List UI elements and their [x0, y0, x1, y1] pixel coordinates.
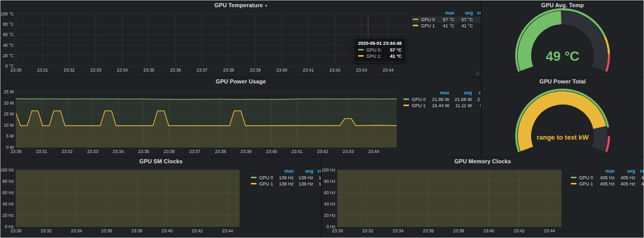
legend-header-current[interactable]: current [474, 10, 481, 16]
x-axis-tick-label: 23:30 [10, 228, 22, 233]
x-axis-tick-label: 23:44 [222, 228, 233, 233]
legend-series-label[interactable]: GPU 1 [570, 181, 595, 187]
panel-menu-caret-icon: ▾ [265, 3, 267, 8]
y-axis-tick-label: 20 Hz [324, 213, 335, 218]
legend-header-max[interactable]: max [428, 90, 450, 96]
legend-value: 21.77 W [473, 96, 481, 103]
y-axis-tick-label: 20 Hz [3, 213, 14, 218]
legend-header-avg[interactable]: avg [455, 10, 474, 16]
legend-header-current[interactable]: current [473, 90, 481, 96]
legend-header-current[interactable]: current [636, 168, 643, 175]
legend-value: 9.79 W [473, 103, 481, 109]
legend-value: 21.86 W [428, 96, 450, 103]
x-axis-tick-label: 23:36 [423, 228, 434, 233]
x-axis-tick-label: 23:36 [101, 228, 112, 233]
legend-row: GPU 141 °C41 °C41 °C [412, 23, 481, 29]
panel-title-gpu-temperature[interactable]: GPU Temperature▾ [1, 2, 481, 8]
legend-value: 405 Hz [595, 181, 616, 187]
x-axis-tick-label: 23:35 [138, 149, 149, 154]
x-axis-tick-label: 23:43 [356, 67, 367, 73]
legend-header-max[interactable]: max [437, 10, 455, 16]
panel-title-gpu-memory-clocks[interactable]: GPU Memory Clocks [322, 158, 643, 164]
panel-resize-handle[interactable] [475, 71, 480, 76]
legend-value: 41 °C [437, 23, 455, 29]
tooltip-row: GPU 0: 57 °C [358, 47, 402, 53]
legend-value: 139 Hz [295, 175, 314, 181]
legend-value: 57 °C [455, 16, 474, 23]
legend-header-max[interactable]: max [275, 168, 295, 175]
tooltip-timestamp: 2020-05-01 23:44:48 [358, 41, 402, 46]
x-axis-tick-label: 23:33 [90, 67, 101, 73]
legend-value: 139 Hz [314, 175, 321, 181]
legend-header-spacer [402, 90, 428, 96]
x-axis-tick-label: 23:34 [117, 67, 128, 73]
x-axis-tick-label: 23:44 [544, 228, 555, 233]
y-axis-tick-label: 80 Hz [3, 179, 14, 184]
x-axis-tick-label: 23:30 [332, 228, 343, 233]
y-axis-tick-label: 40 °C [3, 43, 14, 48]
gpu-temperature-legend: maxavgcurrentGPU 057 °C57 °C57 °CGPU 141… [412, 10, 481, 29]
legend-series-label[interactable]: GPU 0 [412, 16, 437, 23]
x-axis-tick-label: 23:44 [368, 149, 380, 154]
legend-value: 57 °C [437, 16, 455, 23]
legend-value: 21.68 W [450, 96, 473, 103]
x-axis-tick-label: 23:30 [10, 67, 22, 73]
legend-row: GPU 116.44 W11.11 W9.79 W [402, 103, 481, 109]
panel-title-text: GPU Temperature [214, 2, 263, 8]
gpu-avg-temp-gauge: 49 °C [482, 1, 643, 77]
panel-title-gpu-power-usage[interactable]: GPU Power Usage [1, 78, 481, 84]
series-color-dash [403, 105, 409, 106]
legend-series-label[interactable]: GPU 1 [412, 23, 437, 29]
legend-header-max[interactable]: max [595, 168, 616, 175]
panel-title-gpu-avg-temp[interactable]: GPU Avg. Temp [482, 2, 643, 8]
legend-series-label[interactable]: GPU 0 [250, 175, 275, 181]
legend-header-current[interactable]: current [314, 168, 321, 175]
y-axis-tick-label: 15 W [4, 111, 14, 116]
x-axis-tick-label: 23:43 [343, 149, 354, 154]
x-axis-tick-label: 23:38 [223, 67, 234, 73]
legend-series-label[interactable]: GPU 1 [402, 103, 428, 109]
series-color-dash [403, 98, 409, 100]
y-axis-tick-label: 60 Hz [3, 190, 14, 195]
y-axis-tick-label: 20 W [4, 100, 14, 106]
gpu-temperature-chart[interactable]: 0 °C20 °C40 °C60 °C80 °C100 °C23:3023:31… [1, 1, 481, 77]
legend-value: 139 Hz [314, 181, 321, 187]
x-axis-tick-label: 23:31 [36, 149, 47, 154]
gauge-value-text: range to text kW [536, 133, 589, 141]
series-color-dash [358, 49, 364, 50]
legend-header-avg[interactable]: avg [295, 168, 314, 175]
y-axis-tick-label: 10 W [4, 123, 14, 128]
x-axis-tick-label: 23:44 [383, 67, 394, 73]
x-axis-tick-label: 23:42 [329, 67, 341, 73]
legend-value: 11.11 W [450, 103, 473, 109]
series-fill [16, 157, 240, 227]
legend-series-label[interactable]: GPU 0 [402, 96, 428, 103]
legend-value: 405 Hz [595, 175, 616, 181]
legend-value: 405 Hz [616, 175, 636, 181]
legend-header-avg[interactable]: avg [616, 168, 636, 175]
gpu-power-total-gauge: range to text kW [482, 77, 643, 157]
legend-series-label[interactable]: GPU 1 [250, 181, 275, 187]
x-axis-tick-label: 23:40 [483, 228, 495, 233]
series-fill [337, 157, 562, 227]
x-axis-tick-label: 23:39 [250, 67, 261, 73]
series-color-dash [251, 177, 257, 178]
legend-row: GPU 021.86 W21.68 W21.77 W [402, 96, 481, 103]
legend-value: 139 Hz [275, 181, 295, 187]
legend-series-label[interactable]: GPU 0 [570, 175, 595, 181]
panel-title-gpu-power-total[interactable]: GPU Power Total [482, 78, 643, 84]
x-axis-tick-label: 23:38 [131, 228, 143, 233]
y-axis-tick-label: 80 °C [3, 22, 14, 27]
x-axis-tick-label: 23:38 [215, 149, 226, 154]
gpu-power-usage-legend: maxavgcurrentGPU 021.86 W21.68 W21.77 WG… [402, 90, 481, 109]
legend-value: 405 Hz [636, 181, 643, 187]
y-axis-tick-label: 60 °C [3, 32, 14, 37]
panel-title-gpu-sm-clocks[interactable]: GPU SM Clocks [1, 158, 321, 164]
x-axis-tick-label: 23:42 [192, 228, 203, 233]
x-axis-tick-label: 23:34 [113, 149, 124, 154]
series-color-dash [413, 25, 418, 26]
legend-header-avg[interactable]: avg [450, 90, 473, 96]
legend-table: maxavgcurrentGPU 021.86 W21.68 W21.77 WG… [402, 90, 481, 109]
x-axis-tick-label: 23:40 [162, 228, 173, 233]
x-axis-tick-label: 23:32 [362, 228, 374, 233]
